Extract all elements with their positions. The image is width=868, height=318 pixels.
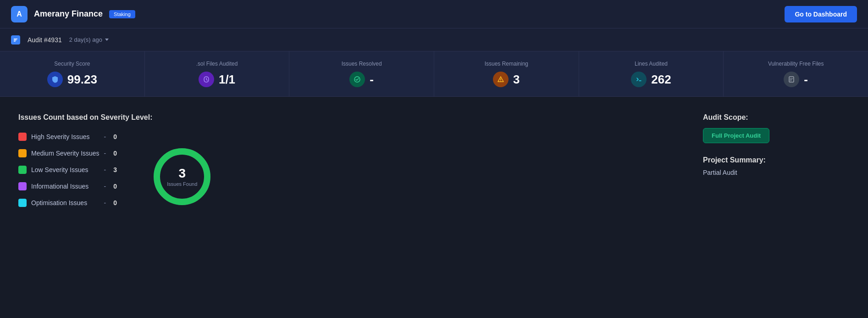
severity-dot-high	[18, 133, 27, 141]
severity-label-info: Informational Issues	[31, 183, 100, 190]
severity-label-medium: Medium Severity Issues	[31, 150, 100, 157]
stat-label-vuln-free-files: Vulnerability Free Files	[768, 61, 824, 67]
project-summary-value: Partial Audit	[703, 169, 850, 176]
stat-value-sol-files: 1/1	[219, 73, 235, 87]
stat-value-security-score: 99.23	[67, 73, 97, 87]
sol-files-icon	[199, 72, 214, 87]
audit-icon	[11, 35, 20, 45]
severity-row-high: High Severity Issues - 0	[18, 133, 122, 141]
severity-dash-info: -	[104, 183, 106, 190]
severity-label-opt: Optimisation Issues	[31, 199, 100, 206]
severity-count-medium: 0	[113, 150, 122, 157]
stat-security-score: Security Score 99.23	[0, 51, 145, 96]
severity-row-low: Low Severity Issues - 3	[18, 166, 122, 174]
severity-count-opt: 0	[113, 199, 122, 206]
app-title: Amerany Finance	[34, 9, 103, 19]
subheader: Audit #4931 2 day(s) ago	[0, 28, 868, 51]
severity-label-high: High Severity Issues	[31, 133, 100, 140]
lines-audited-icon	[631, 72, 647, 87]
stat-label-security-score: Security Score	[54, 61, 90, 67]
issues-remaining-icon	[493, 72, 509, 87]
severity-label-low: Low Severity Issues	[31, 166, 100, 173]
project-summary-label: Project Summary:	[703, 156, 850, 164]
staking-badge: Staking	[109, 10, 135, 18]
app-logo: A	[11, 6, 28, 22]
severity-dash-medium: -	[104, 150, 106, 157]
stat-value-issues-resolved: -	[370, 73, 374, 87]
stat-sol-files: .sol Files Audited 1/1	[145, 51, 290, 96]
stat-label-issues-resolved: Issues Resolved	[342, 61, 382, 67]
header-left: A Amerany Finance Staking	[11, 6, 135, 22]
severity-row-opt: Optimisation Issues - 0	[18, 199, 122, 207]
stat-lines-audited: Lines Audited 262	[579, 51, 724, 96]
donut-label: Issues Found	[167, 181, 197, 187]
severity-count-low: 3	[113, 166, 122, 173]
audit-scope-label: Audit Scope:	[703, 113, 850, 122]
severity-dash-opt: -	[104, 199, 106, 206]
severity-dot-info	[18, 182, 27, 190]
full-project-audit-button[interactable]: Full Project Audit	[703, 128, 769, 143]
severity-list: High Severity Issues - 0 Medium Severity…	[18, 133, 122, 207]
severity-dot-low	[18, 166, 27, 174]
svg-rect-2	[14, 39, 17, 40]
severity-count-info: 0	[113, 183, 122, 190]
stat-vuln-free-files: Vulnerability Free Files -	[724, 51, 868, 96]
stat-value-vuln-free-files: -	[804, 73, 808, 87]
left-panel: Issues Count based on Severity Level: Hi…	[18, 113, 675, 221]
severity-dot-opt	[18, 199, 27, 207]
header: A Amerany Finance Staking Go to Dashboar…	[0, 0, 868, 28]
audit-time: 2 day(s) ago	[69, 36, 109, 43]
severity-dash-high: -	[104, 133, 106, 140]
svg-rect-5	[500, 78, 501, 80]
vuln-free-icon	[784, 72, 799, 87]
donut-chart: 3 Issues Found	[150, 145, 214, 209]
main-content: Issues Count based on Severity Level: Hi…	[0, 97, 868, 237]
go-to-dashboard-button[interactable]: Go to Dashboard	[785, 6, 857, 22]
svg-rect-1	[14, 39, 17, 39]
stat-value-lines-audited: 262	[651, 73, 671, 87]
severity-row-medium: Medium Severity Issues - 0	[18, 149, 122, 157]
svg-point-6	[500, 81, 501, 82]
stat-issues-resolved: Issues Resolved -	[289, 51, 434, 96]
stat-label-lines-audited: Lines Audited	[635, 61, 668, 67]
issues-resolved-icon	[349, 72, 365, 87]
chevron-down-icon[interactable]	[105, 39, 109, 41]
stats-bar: Security Score 99.23 .sol Files Audited …	[0, 51, 868, 97]
security-score-icon	[47, 72, 63, 87]
stat-issues-remaining: Issues Remaining 3	[434, 51, 579, 96]
stat-label-sol-files: .sol Files Audited	[196, 61, 238, 67]
severity-section-title: Issues Count based on Severity Level:	[18, 113, 675, 122]
severity-row-info: Informational Issues - 0	[18, 182, 122, 190]
stat-value-issues-remaining: 3	[513, 73, 520, 87]
severity-dot-medium	[18, 149, 27, 157]
severity-count-high: 0	[113, 133, 122, 140]
audit-id: Audit #4931	[28, 36, 62, 44]
severity-dash-low: -	[104, 166, 106, 173]
stat-label-issues-remaining: Issues Remaining	[485, 61, 528, 67]
right-panel: Audit Scope: Full Project Audit Project …	[703, 113, 850, 221]
svg-rect-3	[14, 41, 16, 42]
donut-number: 3	[167, 166, 197, 181]
